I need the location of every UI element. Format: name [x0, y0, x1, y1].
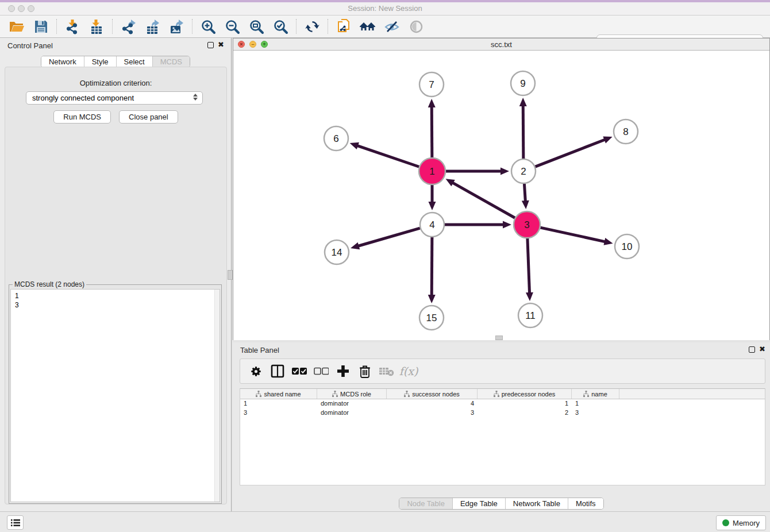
- create-column-button[interactable]: [334, 363, 352, 380]
- column-header-MCDS-role[interactable]: MCDS role: [317, 389, 387, 399]
- node-11[interactable]: 11: [518, 303, 542, 327]
- status-bar: Memory: [0, 511, 770, 532]
- edge-4-14[interactable]: [351, 228, 420, 249]
- table-settings-button[interactable]: [247, 363, 264, 380]
- duplicate-network-icon: [336, 18, 352, 35]
- arrowhead-icon: [429, 202, 436, 210]
- horizontal-splitter-handle[interactable]: [495, 336, 503, 340]
- edge-3-1[interactable]: [446, 179, 515, 218]
- delete-column-button[interactable]: [356, 363, 374, 380]
- deselect-all-columns-button[interactable]: [313, 363, 330, 380]
- table-row[interactable]: 3dominator323: [240, 408, 765, 418]
- open-session-button[interactable]: [6, 18, 27, 35]
- column-header-successor-nodes[interactable]: successor nodes: [387, 389, 478, 399]
- edge-4-3[interactable]: [445, 221, 511, 229]
- edge-3-11[interactable]: [526, 238, 533, 301]
- table-tab-network-table[interactable]: Network Table: [505, 498, 568, 509]
- arrowhead-icon: [428, 99, 436, 107]
- table-cell: 3: [240, 408, 317, 418]
- table-float-panel-icon[interactable]: [749, 346, 755, 353]
- node-2[interactable]: 2: [511, 159, 536, 183]
- edge-1-2[interactable]: [446, 168, 509, 175]
- table-cell: 3: [572, 408, 619, 418]
- node-1[interactable]: 1: [419, 158, 445, 184]
- column-header-name[interactable]: name: [572, 389, 619, 399]
- zoom-fit-button[interactable]: [246, 18, 267, 35]
- node-3[interactable]: 3: [514, 211, 540, 238]
- select-all-columns-button[interactable]: [291, 363, 308, 380]
- table-tab-edge-table[interactable]: Edge Table: [452, 498, 505, 509]
- result-scrollbar[interactable]: [214, 290, 220, 502]
- import-network-button[interactable]: [62, 18, 83, 35]
- close-panel-icon[interactable]: ✖: [218, 41, 224, 49]
- edge-2-3[interactable]: [522, 184, 529, 209]
- export-network-button[interactable]: [118, 18, 138, 35]
- criterion-value: strongly connected component: [32, 94, 134, 102]
- import-table-button[interactable]: [86, 18, 107, 35]
- run-mcds-button[interactable]: Run MCDS: [53, 110, 111, 124]
- edge-1-6[interactable]: [350, 142, 419, 167]
- trash-icon: [359, 365, 371, 378]
- zoom-out-button[interactable]: [222, 18, 242, 35]
- edge-2-9[interactable]: [519, 98, 527, 159]
- table-panel-tabs: Node TableEdge TableNetwork TableMotifs: [233, 498, 770, 510]
- refresh-icon: [305, 19, 320, 34]
- node-14[interactable]: 14: [325, 240, 349, 264]
- node-label: 1: [429, 166, 434, 177]
- tab-style[interactable]: Style: [84, 56, 116, 67]
- refresh-button[interactable]: [302, 18, 322, 35]
- table-toolbar: f(x): [240, 358, 765, 384]
- tab-select[interactable]: Select: [116, 56, 152, 67]
- workspace: Control Panel ✖ NetworkStyleSelectMCDS O…: [0, 38, 770, 511]
- show-column-panel-button[interactable]: [269, 363, 286, 380]
- column-label: predecessor nodes: [502, 391, 556, 398]
- tab-network[interactable]: Network: [41, 56, 84, 67]
- node-9[interactable]: 9: [511, 71, 535, 95]
- duplicate-network-button[interactable]: [333, 18, 354, 35]
- node-8[interactable]: 8: [614, 119, 638, 144]
- memory-button[interactable]: Memory: [716, 515, 766, 530]
- table-row[interactable]: 1dominator411: [240, 399, 765, 408]
- table-close-panel-icon[interactable]: ✖: [759, 345, 765, 353]
- table-tab-motifs[interactable]: Motifs: [568, 498, 603, 509]
- zoom-selected-button[interactable]: [270, 18, 291, 35]
- edge-3-10[interactable]: [540, 228, 613, 245]
- mcds-result-text[interactable]: 13: [10, 289, 220, 502]
- edge-2-8[interactable]: [536, 136, 613, 167]
- node-15[interactable]: 15: [419, 306, 444, 330]
- node-label: 14: [332, 247, 342, 258]
- vertical-splitter-handle[interactable]: [228, 270, 233, 280]
- close-panel-button[interactable]: Close panel: [119, 110, 178, 124]
- node-label: 2: [521, 166, 526, 177]
- network-window-title: scc.txt: [233, 40, 769, 49]
- column-header-shared-name[interactable]: shared name: [240, 389, 317, 399]
- edge-4-15[interactable]: [428, 237, 436, 303]
- node-4[interactable]: 4: [420, 213, 444, 237]
- fx-icon: f(x): [399, 365, 418, 377]
- checked-boxes-icon: [292, 367, 307, 375]
- node-10[interactable]: 10: [615, 234, 639, 259]
- edge-1-7[interactable]: [428, 99, 436, 157]
- edge-1-4[interactable]: [429, 185, 436, 210]
- float-panel-icon[interactable]: [207, 42, 214, 48]
- table-cell: 2: [478, 408, 572, 418]
- node-table: shared nameMCDS rolesuccessor nodesprede…: [240, 388, 765, 485]
- show-eye-icon: [409, 20, 424, 34]
- node-7[interactable]: 7: [419, 72, 444, 97]
- network-graph[interactable]: 1234678910111415: [233, 51, 769, 340]
- arrowhead-icon: [500, 168, 509, 175]
- save-session-button[interactable]: [30, 18, 51, 35]
- table-tab-node-table[interactable]: Node Table: [399, 498, 452, 509]
- zoom-in-button[interactable]: [198, 18, 218, 35]
- hide-selected-button[interactable]: [382, 18, 402, 35]
- first-neighbors-button[interactable]: [357, 18, 378, 35]
- task-history-button[interactable]: [7, 515, 24, 530]
- criterion-dropdown[interactable]: strongly connected component: [26, 91, 203, 105]
- export-image-button[interactable]: [166, 18, 187, 35]
- export-table-button[interactable]: [142, 18, 163, 35]
- memory-label: Memory: [733, 519, 760, 527]
- plus-icon: [337, 365, 349, 377]
- node-6[interactable]: 6: [324, 126, 348, 151]
- tab-mcds[interactable]: MCDS: [152, 56, 190, 67]
- column-header-predecessor-nodes[interactable]: predecessor nodes: [478, 389, 572, 399]
